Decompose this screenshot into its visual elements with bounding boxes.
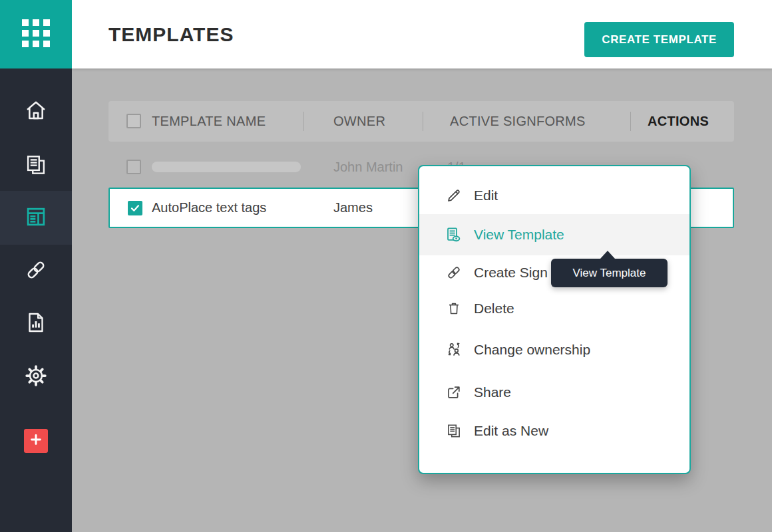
- edit-as-new-icon: [445, 422, 463, 440]
- app-logo[interactable]: [0, 0, 72, 68]
- sidebar-item-documents[interactable]: [0, 152, 72, 181]
- create-template-button[interactable]: CREATE TEMPLATE: [584, 22, 734, 57]
- menu-item-label: Edit as New: [474, 423, 548, 439]
- template-name-cell: AutoPlace text tags: [152, 189, 266, 227]
- check-icon: [130, 203, 140, 213]
- tooltip-arrow-icon: [600, 251, 615, 259]
- plus-icon: [29, 432, 43, 450]
- row-checkbox-checked[interactable]: [128, 201, 142, 215]
- table-header-row: TEMPLATE NAME OWNER ACTIVE SIGNFORMS ACT…: [108, 101, 734, 142]
- menu-item-label: Delete: [474, 301, 514, 317]
- gear-icon: [24, 364, 48, 390]
- menu-item-label: Share: [474, 384, 511, 400]
- menu-item-label: View Template: [474, 227, 564, 243]
- reports-icon: [23, 310, 49, 338]
- sidebar-item-home[interactable]: [0, 97, 72, 126]
- column-header-actions: ACTIONS: [648, 101, 709, 142]
- menu-item-label: Change ownership: [474, 342, 590, 358]
- column-divider: [303, 112, 304, 131]
- menu-item-change-ownership[interactable]: Change ownership: [419, 327, 689, 372]
- column-divider: [423, 112, 423, 131]
- home-icon: [23, 98, 49, 126]
- owner-cell: James: [333, 189, 373, 227]
- menu-item-delete[interactable]: Delete: [419, 290, 689, 327]
- pencil-icon: [445, 187, 463, 205]
- link-icon: [23, 257, 49, 285]
- change-ownership-icon: [445, 341, 463, 359]
- row-checkbox[interactable]: [126, 160, 141, 174]
- menu-item-edit[interactable]: Edit: [419, 177, 689, 214]
- template-name-placeholder-bar: [152, 162, 301, 172]
- share-icon: [445, 384, 463, 402]
- select-all-checkbox[interactable]: [126, 114, 141, 128]
- tooltip-text: View Template: [573, 267, 646, 280]
- column-divider: [630, 112, 631, 131]
- main-content: TEMPLATE NAME OWNER ACTIVE SIGNFORMS ACT…: [72, 68, 772, 532]
- sidebar: [0, 0, 72, 532]
- trash-icon: [445, 300, 463, 318]
- menu-item-share[interactable]: Share: [419, 372, 689, 412]
- add-button[interactable]: [24, 429, 48, 453]
- sidebar-item-reports[interactable]: [0, 309, 72, 338]
- column-header-owner: OWNER: [333, 101, 385, 142]
- view-template-icon: [445, 226, 463, 244]
- column-header-template-name: TEMPLATE NAME: [152, 101, 266, 142]
- top-bar: TEMPLATES CREATE TEMPLATE: [72, 0, 772, 68]
- link-icon: [445, 264, 463, 282]
- documents-icon: [23, 152, 49, 180]
- menu-item-edit-as-new[interactable]: Edit as New: [419, 412, 689, 450]
- owner-cell: John Martin: [333, 147, 403, 187]
- sidebar-item-signform-link[interactable]: [0, 257, 72, 286]
- grid-logo-icon: [22, 19, 50, 50]
- templates-icon: [23, 204, 49, 232]
- column-header-active-signforms: ACTIVE SIGNFORMS: [450, 101, 586, 142]
- page-title: TEMPLATES: [108, 0, 234, 68]
- sidebar-item-settings[interactable]: [0, 362, 72, 392]
- menu-item-view-template[interactable]: View Template: [419, 214, 689, 255]
- row-actions-context-menu: Edit View Template: [418, 165, 691, 474]
- sidebar-item-templates[interactable]: [0, 191, 72, 245]
- view-template-tooltip: View Template: [551, 259, 668, 287]
- menu-item-label: Create Sign: [474, 265, 548, 281]
- menu-item-label: Edit: [474, 188, 498, 203]
